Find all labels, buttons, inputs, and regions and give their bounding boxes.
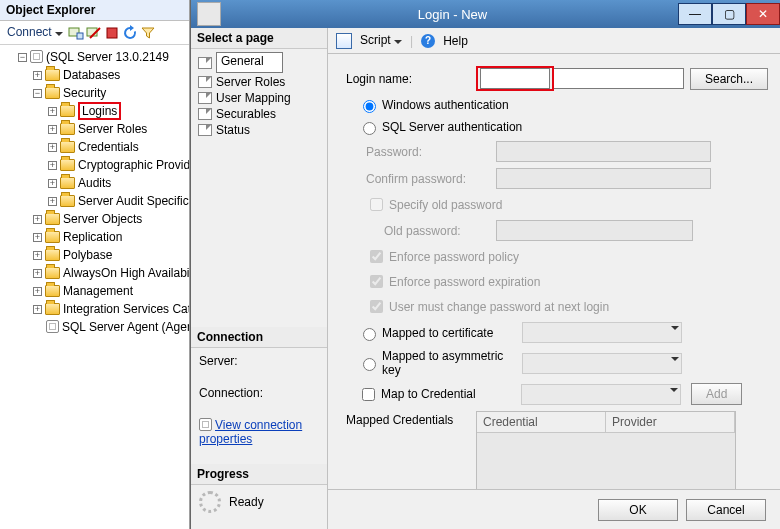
- select-page-header: Select a page: [191, 28, 327, 49]
- mapped-cert-label: Mapped to certificate: [382, 326, 522, 340]
- object-explorer-title: Object Explorer: [0, 0, 189, 21]
- tree-node-management[interactable]: Management: [63, 284, 133, 298]
- collapse-icon[interactable]: −: [33, 89, 42, 98]
- maximize-button[interactable]: ▢: [712, 3, 746, 25]
- tree-node-server-objects[interactable]: Server Objects: [63, 212, 142, 226]
- dialog-title: Login - New: [227, 7, 678, 22]
- page-icon: [198, 124, 212, 136]
- login-name-input-ext[interactable]: [554, 68, 684, 89]
- dialog-left-pane: Select a page General Server Roles User …: [191, 28, 328, 529]
- dialog-right-pane: Script | ? Help Login name: Search... Wi…: [328, 28, 780, 529]
- page-status[interactable]: Status: [195, 122, 323, 138]
- map-credential-checkbox[interactable]: [362, 388, 375, 401]
- folder-icon: [60, 123, 75, 135]
- expand-icon[interactable]: +: [48, 125, 57, 134]
- old-password-label: Old password:: [366, 224, 496, 238]
- dialog-footer: OK Cancel: [328, 489, 780, 529]
- folder-icon: [45, 249, 60, 261]
- progress-section: Ready: [191, 485, 327, 519]
- connect-dropdown[interactable]: Connect: [4, 23, 66, 42]
- expand-icon[interactable]: +: [48, 197, 57, 206]
- collapse-icon[interactable]: −: [18, 53, 27, 62]
- login-name-input[interactable]: [480, 68, 550, 89]
- refresh-icon[interactable]: [122, 25, 138, 41]
- disconnect-icon[interactable]: [86, 25, 102, 41]
- tree-node-credentials[interactable]: Credentials: [78, 140, 139, 154]
- tree-node-alwayson[interactable]: AlwaysOn High Availability: [63, 266, 189, 280]
- page-user-mapping[interactable]: User Mapping: [195, 90, 323, 106]
- object-explorer-panel: Object Explorer Connect −(SQL Server 13.…: [0, 0, 190, 529]
- tree-node-crypto-providers[interactable]: Cryptographic Providers: [78, 158, 189, 172]
- server-connect-icon[interactable]: [68, 25, 84, 41]
- svg-rect-4: [107, 28, 117, 38]
- expand-icon[interactable]: +: [33, 269, 42, 278]
- expand-icon[interactable]: +: [48, 143, 57, 152]
- system-menu-icon[interactable]: [197, 2, 221, 26]
- expand-icon[interactable]: +: [33, 215, 42, 224]
- page-icon: [198, 57, 212, 69]
- folder-icon: [60, 159, 75, 171]
- expand-icon[interactable]: +: [48, 161, 57, 170]
- minimize-button[interactable]: —: [678, 3, 712, 25]
- expand-icon[interactable]: +: [33, 71, 42, 80]
- tree-node-security[interactable]: Security: [63, 86, 106, 100]
- folder-icon: [45, 303, 60, 315]
- sql-auth-radio[interactable]: [363, 122, 376, 135]
- windows-auth-radio[interactable]: [363, 100, 376, 113]
- page-general[interactable]: General: [195, 51, 323, 74]
- close-button[interactable]: ✕: [746, 3, 780, 25]
- old-password-input: [496, 220, 693, 241]
- object-explorer-tree[interactable]: −(SQL Server 13.0.2149 +Databases −Secur…: [0, 45, 189, 336]
- search-button[interactable]: Search...: [690, 68, 768, 90]
- login-new-dialog: Login - New — ▢ ✕ Select a page General …: [190, 0, 780, 529]
- tree-node-databases[interactable]: Databases: [63, 68, 120, 82]
- connection-props-icon: [199, 418, 212, 431]
- help-button[interactable]: Help: [443, 34, 468, 48]
- filter-icon[interactable]: [140, 25, 156, 41]
- dialog-titlebar[interactable]: Login - New — ▢ ✕: [191, 0, 780, 28]
- ok-button[interactable]: OK: [598, 499, 678, 521]
- mapped-credentials-grid[interactable]: Credential Provider: [476, 411, 736, 489]
- mapped-asym-radio[interactable]: [363, 358, 376, 371]
- mapped-cert-radio[interactable]: [363, 328, 376, 341]
- expand-icon[interactable]: +: [33, 287, 42, 296]
- server-node[interactable]: (SQL Server 13.0.2149: [46, 50, 169, 64]
- folder-icon: [60, 177, 75, 189]
- expand-icon[interactable]: +: [33, 233, 42, 242]
- tree-node-server-audit-spec[interactable]: Server Audit Specification: [78, 194, 189, 208]
- script-dropdown[interactable]: Script: [360, 33, 402, 48]
- page-securables[interactable]: Securables: [195, 106, 323, 122]
- tree-node-logins[interactable]: Logins: [78, 102, 121, 120]
- tree-node-server-roles[interactable]: Server Roles: [78, 122, 147, 136]
- enforce-policy-label: Enforce password policy: [389, 250, 519, 264]
- agent-icon: [46, 320, 59, 333]
- connection-section: Server: Connection: View connection prop…: [191, 348, 327, 452]
- expand-icon[interactable]: +: [48, 107, 57, 116]
- page-icon: [198, 92, 212, 104]
- tree-node-replication[interactable]: Replication: [63, 230, 122, 244]
- mapped-credentials-label: Mapped Credentials: [346, 411, 476, 427]
- password-input: [496, 141, 711, 162]
- folder-icon: [45, 69, 60, 81]
- view-connection-properties-link[interactable]: View connection properties: [199, 418, 302, 446]
- expand-icon[interactable]: +: [33, 305, 42, 314]
- server-icon: [30, 50, 43, 63]
- enforce-expiration-checkbox: [370, 275, 383, 288]
- progress-header: Progress: [191, 464, 327, 485]
- progress-status: Ready: [229, 495, 264, 509]
- tree-node-polybase[interactable]: Polybase: [63, 248, 112, 262]
- tree-node-integration[interactable]: Integration Services Catalogs: [63, 302, 189, 316]
- connection-header: Connection: [191, 327, 327, 348]
- expand-icon[interactable]: +: [33, 251, 42, 260]
- stop-icon[interactable]: [104, 25, 120, 41]
- tree-node-audits[interactable]: Audits: [78, 176, 111, 190]
- grid-col-provider: Provider: [606, 412, 735, 432]
- progress-spinner-icon: [199, 491, 221, 513]
- expand-icon[interactable]: +: [48, 179, 57, 188]
- folder-icon: [60, 105, 75, 117]
- cancel-button[interactable]: Cancel: [686, 499, 766, 521]
- page-server-roles[interactable]: Server Roles: [195, 74, 323, 90]
- tree-node-sql-agent[interactable]: SQL Server Agent (Agent XPs: [62, 320, 189, 334]
- folder-icon: [45, 87, 60, 99]
- chevron-down-icon: [55, 32, 63, 40]
